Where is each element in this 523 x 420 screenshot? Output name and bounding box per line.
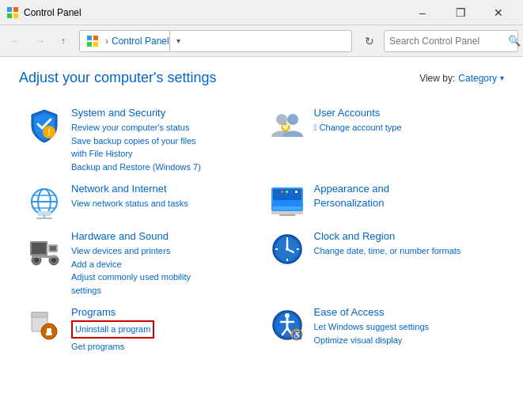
nav-bar: ← → ↑ › Control Panel ▾ ↻ 🔍 bbox=[0, 25, 523, 57]
system-security-link-4[interactable]: Backup and Restore (Windows 7) bbox=[71, 161, 256, 174]
back-button[interactable]: ← bbox=[5, 30, 27, 52]
network-link-1[interactable]: View network status and tasks bbox=[71, 197, 256, 210]
svg-rect-26 bbox=[279, 214, 295, 216]
up-button[interactable]: ↑ bbox=[52, 30, 74, 52]
hardware-link-3[interactable]: Adjust commonly used mobility bbox=[71, 271, 256, 284]
view-by-arrow: ▾ bbox=[500, 74, 504, 82]
svg-rect-5 bbox=[93, 36, 98, 40]
hardware-link-4[interactable]: settings bbox=[71, 284, 256, 297]
category-system-security: ! System and Security Review your comput… bbox=[19, 102, 262, 178]
user-accounts-text: User Accounts 🋹 Change account type bbox=[314, 107, 498, 134]
svg-rect-30 bbox=[295, 191, 298, 193]
system-security-icon: ! bbox=[25, 107, 63, 145]
hardware-icon bbox=[25, 230, 63, 268]
hardware-title[interactable]: Hardware and Sound bbox=[71, 230, 256, 242]
svg-rect-24 bbox=[273, 206, 301, 210]
svg-point-11 bbox=[287, 114, 298, 125]
app-icon bbox=[6, 6, 19, 19]
svg-rect-39 bbox=[32, 255, 57, 258]
svg-rect-28 bbox=[286, 191, 288, 193]
window-controls: – ❒ ✕ bbox=[404, 0, 517, 25]
network-title[interactable]: Network and Internet bbox=[71, 183, 256, 195]
svg-rect-7 bbox=[93, 42, 98, 47]
view-by-value[interactable]: Category bbox=[458, 73, 497, 84]
svg-rect-27 bbox=[281, 191, 283, 193]
clock-title[interactable]: Clock and Region bbox=[314, 230, 498, 242]
main-content: Adjust your computer's settings View by:… bbox=[0, 57, 523, 420]
category-appearance: Appearance and Personalization bbox=[262, 178, 505, 225]
svg-rect-4 bbox=[87, 36, 92, 40]
breadcrumb-dropdown[interactable]: ▾ bbox=[169, 30, 187, 52]
svg-rect-0 bbox=[7, 7, 12, 12]
svg-point-38 bbox=[34, 258, 39, 263]
svg-rect-29 bbox=[290, 191, 293, 193]
view-by-control: View by: Category ▾ bbox=[419, 73, 504, 84]
svg-rect-34 bbox=[50, 246, 56, 251]
svg-rect-50 bbox=[32, 312, 47, 317]
search-icon: 🔍 bbox=[508, 35, 521, 47]
svg-rect-32 bbox=[32, 243, 46, 254]
category-network: Network and Internet View network status… bbox=[19, 178, 262, 225]
appearance-title-2[interactable]: Personalization bbox=[314, 197, 498, 209]
svg-rect-3 bbox=[13, 13, 18, 18]
search-input[interactable] bbox=[389, 36, 508, 47]
user-accounts-icon bbox=[268, 107, 306, 145]
svg-text:!: ! bbox=[47, 128, 50, 137]
ease-access-title[interactable]: Ease of Access bbox=[314, 306, 498, 318]
appearance-title[interactable]: Appearance and bbox=[314, 183, 498, 195]
breadcrumb-current[interactable]: Control Panel bbox=[112, 36, 169, 47]
network-text: Network and Internet View network status… bbox=[71, 183, 256, 210]
category-programs: Programs Uninstall a program Get program… bbox=[19, 301, 262, 358]
system-security-title[interactable]: System and Security bbox=[71, 107, 256, 119]
forward-button[interactable]: → bbox=[28, 30, 51, 52]
svg-rect-53 bbox=[46, 333, 52, 335]
title-bar: Control Panel – ❒ ✕ bbox=[0, 0, 523, 25]
breadcrumb-separator: › bbox=[105, 36, 108, 47]
refresh-button[interactable]: ↻ bbox=[358, 30, 381, 52]
appearance-text: Appearance and Personalization bbox=[314, 183, 498, 211]
clock-icon bbox=[268, 230, 306, 268]
window-title: Control Panel bbox=[24, 7, 404, 18]
restore-button[interactable]: ❒ bbox=[442, 0, 479, 25]
programs-text: Programs Uninstall a program Get program… bbox=[71, 306, 256, 353]
category-clock: Clock and Region Change date, time, or n… bbox=[262, 225, 505, 301]
minimize-button[interactable]: – bbox=[404, 0, 441, 25]
svg-rect-20 bbox=[36, 218, 52, 219]
user-accounts-title[interactable]: User Accounts bbox=[314, 107, 498, 119]
system-security-link-3[interactable]: with File History bbox=[71, 147, 256, 161]
programs-icon bbox=[25, 306, 63, 344]
search-bar: 🔍 bbox=[384, 30, 518, 52]
categories-grid: ! System and Security Review your comput… bbox=[19, 102, 504, 358]
address-bar: › Control Panel ▾ bbox=[79, 30, 352, 52]
svg-point-56 bbox=[285, 313, 290, 318]
system-security-text: System and Security Review your computer… bbox=[71, 107, 256, 173]
category-user-accounts: User Accounts 🋹 Change account type bbox=[262, 102, 505, 178]
ease-access-text: Ease of Access Let Windows suggest setti… bbox=[314, 306, 498, 346]
hardware-link-1[interactable]: View devices and printers bbox=[71, 244, 256, 258]
hardware-link-2[interactable]: Add a device bbox=[71, 258, 256, 271]
programs-link-2[interactable]: Get programs bbox=[71, 340, 256, 354]
svg-rect-25 bbox=[271, 211, 303, 214]
view-by-label: View by: bbox=[419, 73, 455, 84]
ease-access-link-2[interactable]: Optimize visual display bbox=[314, 334, 498, 347]
svg-rect-1 bbox=[13, 7, 18, 12]
close-button[interactable]: ✕ bbox=[480, 0, 517, 25]
ease-access-icon: ♿ bbox=[268, 306, 306, 344]
page-header: Adjust your computer's settings View by:… bbox=[19, 70, 504, 86]
clock-text: Clock and Region Change date, time, or n… bbox=[314, 230, 498, 258]
programs-link-1[interactable]: Uninstall a program bbox=[71, 320, 154, 339]
user-accounts-link-1[interactable]: 🋹 Change account type bbox=[314, 121, 498, 134]
svg-text:♿: ♿ bbox=[292, 330, 302, 340]
svg-point-36 bbox=[51, 258, 56, 263]
ease-access-link-1[interactable]: Let Windows suggest settings bbox=[314, 320, 498, 334]
category-hardware: Hardware and Sound View devices and prin… bbox=[19, 225, 262, 301]
system-security-link-2[interactable]: Save backup copies of your files bbox=[71, 134, 256, 148]
category-ease-access: ♿ Ease of Access Let Windows suggest set… bbox=[262, 301, 505, 358]
svg-rect-2 bbox=[7, 13, 12, 18]
clock-link-1[interactable]: Change date, time, or number formats bbox=[314, 244, 498, 258]
programs-title[interactable]: Programs bbox=[71, 306, 256, 318]
network-icon bbox=[25, 183, 63, 221]
appearance-icon bbox=[268, 183, 306, 221]
system-security-link-1[interactable]: Review your computer's status bbox=[71, 121, 256, 134]
hardware-text: Hardware and Sound View devices and prin… bbox=[71, 230, 256, 297]
